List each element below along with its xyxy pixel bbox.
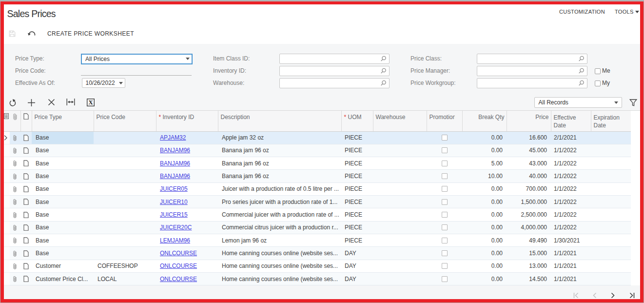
svg-text:X: X: [88, 99, 93, 106]
